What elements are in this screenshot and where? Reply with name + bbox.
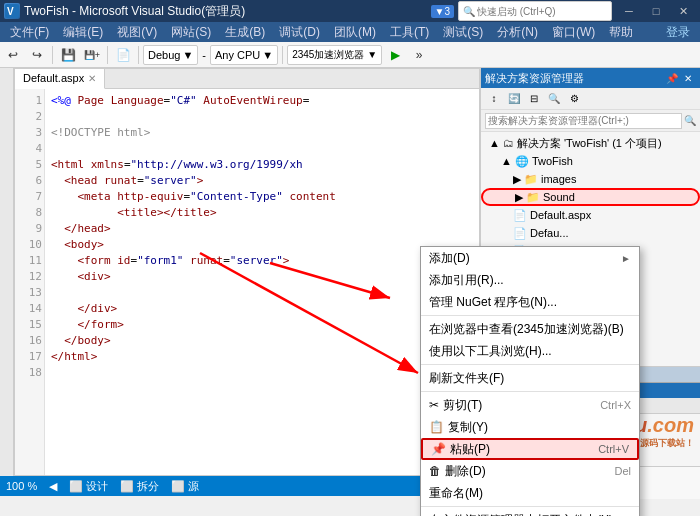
code-line-17: </html>: [51, 349, 473, 365]
login-link[interactable]: 登录: [660, 23, 696, 42]
close-button[interactable]: ✕: [670, 2, 696, 20]
se-filter-button[interactable]: 🔍: [545, 90, 563, 108]
quick-launch-input[interactable]: [477, 6, 607, 17]
tree-item-solution[interactable]: ▲ 🗂 解决方案 'TwoFish' (1 个项目): [481, 134, 700, 152]
se-close-button[interactable]: ✕: [680, 70, 696, 86]
cm-arrow-add: ►: [621, 253, 631, 264]
menu-analyze[interactable]: 分析(N): [491, 23, 544, 42]
code-line-6: <head runat="server">: [51, 173, 473, 189]
code-line-9: </head>: [51, 221, 473, 237]
context-menu: 添加(D) ► 添加引用(R)... 管理 NuGet 程序包(N)... 在浏…: [420, 246, 640, 516]
browser-dropdown[interactable]: 2345加速浏览器 ▼: [287, 45, 382, 65]
cm-label-nuget: 管理 NuGet 程序包(N)...: [429, 294, 631, 311]
menu-tools[interactable]: 工具(T): [384, 23, 435, 42]
cm-label-cut: 剪切(T): [443, 397, 592, 414]
editor-panel: Default.aspx ✕ 12345 678910 1112131415 1…: [14, 68, 480, 476]
se-sync-button[interactable]: ↕: [485, 90, 503, 108]
tree-item-sound[interactable]: ▶ 📁 Sound: [481, 188, 700, 206]
sound-expand-icon: ▶: [515, 191, 523, 204]
menu-window[interactable]: 窗口(W): [546, 23, 601, 42]
vs-badge: ▼3: [431, 5, 454, 18]
tree-item-default-aspx[interactable]: 📄 Default.aspx: [481, 206, 700, 224]
se-search-input[interactable]: [485, 113, 682, 129]
tree-item-twofish[interactable]: ▲ 🌐 TwoFish: [481, 152, 700, 170]
toolbar-more[interactable]: »: [408, 45, 430, 65]
cm-label-open-folder: 在文件资源管理器中打开文件夹(X): [429, 512, 631, 517]
code-line-5: <html xmlns="http://www.w3.org/1999/xh: [51, 157, 473, 173]
run-button[interactable]: ▶: [384, 45, 406, 65]
title-text: TwoFish - Microsoft Visual Studio(管理员): [24, 3, 427, 20]
debug-mode-arrow: ▼: [182, 49, 193, 61]
solution-label: 解决方案 'TwoFish' (1 个项目): [517, 136, 662, 151]
title-search[interactable]: 🔍: [458, 1, 612, 21]
design-mode-button[interactable]: ⬜ 设计: [69, 479, 108, 494]
images-label: images: [541, 173, 576, 185]
source-mode-button[interactable]: ⬜ 源: [171, 479, 199, 494]
new-item-button[interactable]: 📄: [112, 45, 134, 65]
cm-item-open-folder[interactable]: 在文件资源管理器中打开文件夹(X): [421, 509, 639, 516]
menu-bar: 文件(F) 编辑(E) 视图(V) 网站(S) 生成(B) 调试(D) 团队(M…: [0, 22, 700, 42]
cm-item-paste[interactable]: 📌 粘贴(P) Ctrl+V: [421, 438, 639, 460]
se-refresh-button[interactable]: 🔄: [505, 90, 523, 108]
cm-item-add[interactable]: 添加(D) ►: [421, 247, 639, 269]
code-line-3: <!DOCTYPE html>: [51, 125, 473, 141]
debug-mode-dropdown[interactable]: Debug ▼: [143, 45, 198, 65]
platform-dropdown[interactable]: Any CPU ▼: [210, 45, 278, 65]
sound-folder-icon: 📁: [526, 191, 540, 204]
cm-item-refresh[interactable]: 刷新文件夹(F): [421, 367, 639, 389]
menu-edit[interactable]: 编辑(E): [57, 23, 109, 42]
se-toolbar: ↕ 🔄 ⊟ 🔍 ⚙: [481, 88, 700, 110]
design-label: 设计: [86, 480, 108, 492]
svg-text:V: V: [7, 6, 14, 17]
code-area[interactable]: <%@ Page Language="C#" AutoEventWireup= …: [45, 89, 479, 475]
cm-item-browser[interactable]: 在浏览器中查看(2345加速浏览器)(B): [421, 318, 639, 340]
menu-build[interactable]: 生成(B): [219, 23, 271, 42]
zoom-level: 100 %: [6, 480, 37, 492]
sound-label: Sound: [543, 191, 575, 203]
cm-label-delete: 删除(D): [445, 463, 606, 480]
redo-button[interactable]: ↪: [26, 45, 48, 65]
file-label-2: Defau...: [530, 227, 569, 239]
menu-file[interactable]: 文件(F): [4, 23, 55, 42]
cm-label-rename: 重命名(M): [429, 485, 631, 502]
menu-team[interactable]: 团队(M): [328, 23, 382, 42]
menu-view[interactable]: 视图(V): [111, 23, 163, 42]
cm-item-browse-with[interactable]: 使用以下工具浏览(H)...: [421, 340, 639, 362]
cm-item-delete[interactable]: 🗑 删除(D) Del: [421, 460, 639, 482]
solution-icon: 🗂: [503, 137, 514, 149]
tab-close-button[interactable]: ✕: [88, 73, 96, 84]
cm-item-rename[interactable]: 重命名(M): [421, 482, 639, 504]
split-mode-button[interactable]: ⬜ 拆分: [120, 479, 159, 494]
menu-test[interactable]: 测试(S): [437, 23, 489, 42]
split-icon: ⬜: [120, 480, 134, 492]
se-pin-button[interactable]: 📌: [664, 70, 680, 86]
app-icon: V: [4, 3, 20, 19]
code-line-7: <meta http-equiv="Content-Type" content: [51, 189, 473, 205]
minimize-button[interactable]: ─: [616, 2, 642, 20]
maximize-button[interactable]: □: [643, 2, 669, 20]
code-line-14: </div>: [51, 301, 473, 317]
cm-item-nuget[interactable]: 管理 NuGet 程序包(N)...: [421, 291, 639, 313]
cm-label-refresh: 刷新文件夹(F): [429, 370, 631, 387]
code-line-13: [51, 285, 473, 301]
menu-debug[interactable]: 调试(D): [273, 23, 326, 42]
cm-icon-paste: 📌: [431, 442, 446, 456]
code-line-4: [51, 141, 473, 157]
tree-item-default2[interactable]: 📄 Defau...: [481, 224, 700, 242]
se-collapse-button[interactable]: ⊟: [525, 90, 543, 108]
menu-website[interactable]: 网站(S): [165, 23, 217, 42]
save-button[interactable]: 💾: [57, 45, 79, 65]
code-line-16: </body>: [51, 333, 473, 349]
undo-button[interactable]: ↩: [2, 45, 24, 65]
cm-item-copy[interactable]: 📋 复制(Y): [421, 416, 639, 438]
se-settings-button[interactable]: ⚙: [565, 90, 583, 108]
platform-arrow: ▼: [262, 49, 273, 61]
editor-tab-default-aspx[interactable]: Default.aspx ✕: [15, 69, 105, 89]
tree-item-images[interactable]: ▶ 📁 images: [481, 170, 700, 188]
save-all-button[interactable]: 💾+: [81, 45, 103, 65]
menu-help[interactable]: 帮助: [603, 23, 639, 42]
separator-dot: -: [202, 49, 206, 61]
cm-item-addref[interactable]: 添加引用(R)...: [421, 269, 639, 291]
cm-item-cut[interactable]: ✂ 剪切(T) Ctrl+X: [421, 394, 639, 416]
separator2: [107, 46, 108, 64]
